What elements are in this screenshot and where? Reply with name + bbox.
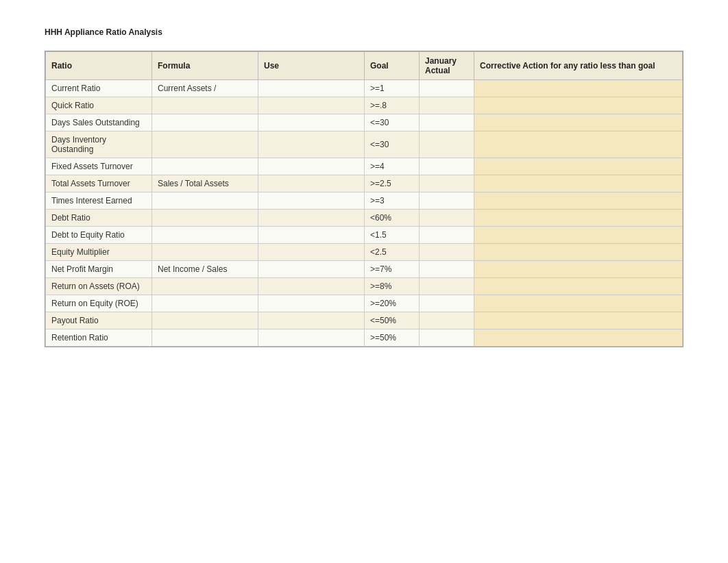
cell-ratio: Net Profit Margin (46, 261, 152, 278)
cell-use (258, 244, 365, 261)
cell-formula (152, 244, 258, 261)
cell-use (258, 278, 365, 295)
table-row: Net Profit MarginNet Income / Sales>=7% (46, 261, 683, 278)
cell-use (258, 210, 365, 227)
cell-jan_actual (420, 175, 474, 192)
cell-goal: <60% (365, 210, 420, 227)
cell-corrective (474, 329, 683, 347)
cell-jan_actual (420, 278, 474, 295)
header-goal: Goal (365, 52, 420, 80)
cell-corrective (474, 210, 683, 227)
cell-corrective (474, 295, 683, 312)
table-row: Times Interest Earned>=3 (46, 192, 683, 210)
header-corrective: Corrective Action for any ratio less tha… (474, 52, 683, 80)
header-formula: Formula (152, 52, 258, 80)
table-row: Debt to Equity Ratio<1.5 (46, 227, 683, 244)
cell-corrective (474, 175, 683, 192)
cell-goal: <=30 (365, 114, 420, 132)
cell-corrective (474, 80, 683, 97)
cell-jan_actual (420, 210, 474, 227)
table-row: Days Sales Outstanding<=30 (46, 114, 683, 132)
cell-corrective (474, 244, 683, 261)
cell-corrective (474, 278, 683, 295)
cell-goal: >=50% (365, 329, 420, 347)
cell-jan_actual (420, 329, 474, 347)
cell-jan_actual (420, 261, 474, 278)
cell-use (258, 312, 365, 329)
cell-ratio: Fixed Assets Turnover (46, 158, 152, 175)
cell-corrective (474, 227, 683, 244)
cell-goal: <1.5 (365, 227, 420, 244)
cell-formula (152, 97, 258, 114)
cell-ratio: Return on Assets (ROA) (46, 278, 152, 295)
cell-ratio: Debt Ratio (46, 210, 152, 227)
cell-goal: >=4 (365, 158, 420, 175)
cell-formula (152, 329, 258, 347)
cell-ratio: Times Interest Earned (46, 192, 152, 210)
table-row: Debt Ratio<60% (46, 210, 683, 227)
cell-jan_actual (420, 192, 474, 210)
cell-jan_actual (420, 132, 474, 158)
table-row: Retention Ratio>=50% (46, 329, 683, 347)
cell-jan_actual (420, 312, 474, 329)
table-row: Return on Equity (ROE)>=20% (46, 295, 683, 312)
cell-goal: >=7% (365, 261, 420, 278)
cell-formula (152, 132, 258, 158)
cell-formula: Sales / Total Assets (152, 175, 258, 192)
cell-use (258, 261, 365, 278)
cell-goal: <=50% (365, 312, 420, 329)
cell-ratio: Debt to Equity Ratio (46, 227, 152, 244)
cell-jan_actual (420, 244, 474, 261)
header-use: Use (258, 52, 365, 80)
cell-goal: >=3 (365, 192, 420, 210)
cell-formula (152, 227, 258, 244)
cell-formula (152, 192, 258, 210)
cell-goal: >=2.5 (365, 175, 420, 192)
cell-jan_actual (420, 295, 474, 312)
cell-formula (152, 312, 258, 329)
cell-goal: <2.5 (365, 244, 420, 261)
cell-ratio: Quick Ratio (46, 97, 152, 114)
cell-jan_actual (420, 114, 474, 132)
cell-ratio: Equity Multiplier (46, 244, 152, 261)
table-header-row: Ratio Formula Use Goal January Actual Co… (46, 52, 683, 80)
cell-formula: Net Income / Sales (152, 261, 258, 278)
cell-goal: <=30 (365, 132, 420, 158)
ratio-table-wrapper: Ratio Formula Use Goal January Actual Co… (45, 51, 683, 347)
cell-corrective (474, 261, 683, 278)
cell-use (258, 114, 365, 132)
table-row: Return on Assets (ROA)>=8% (46, 278, 683, 295)
cell-goal: >=20% (365, 295, 420, 312)
cell-corrective (474, 312, 683, 329)
cell-formula (152, 295, 258, 312)
table-row: Current RatioCurrent Assets />=1 (46, 80, 683, 97)
cell-use (258, 80, 365, 97)
cell-use (258, 175, 365, 192)
cell-formula (152, 158, 258, 175)
cell-jan_actual (420, 80, 474, 97)
table-row: Payout Ratio<=50% (46, 312, 683, 329)
table-row: Fixed Assets Turnover>=4 (46, 158, 683, 175)
ratio-table: Ratio Formula Use Goal January Actual Co… (45, 51, 683, 347)
header-jan-actual: January Actual (420, 52, 474, 80)
cell-use (258, 295, 365, 312)
cell-ratio: Total Assets Turnover (46, 175, 152, 192)
cell-use (258, 132, 365, 158)
page-container: HHH Appliance Ratio Analysis Ratio Formu… (0, 0, 728, 563)
cell-corrective (474, 192, 683, 210)
cell-ratio: Payout Ratio (46, 312, 152, 329)
cell-corrective (474, 132, 683, 158)
cell-formula (152, 278, 258, 295)
cell-use (258, 227, 365, 244)
cell-formula (152, 210, 258, 227)
table-body: Current RatioCurrent Assets />=1Quick Ra… (46, 80, 683, 347)
cell-use (258, 158, 365, 175)
cell-jan_actual (420, 97, 474, 114)
cell-use (258, 329, 365, 347)
cell-corrective (474, 114, 683, 132)
cell-ratio: Current Ratio (46, 80, 152, 97)
cell-corrective (474, 97, 683, 114)
cell-formula: Current Assets / (152, 80, 258, 97)
cell-goal: >=8% (365, 278, 420, 295)
cell-goal: >=1 (365, 80, 420, 97)
